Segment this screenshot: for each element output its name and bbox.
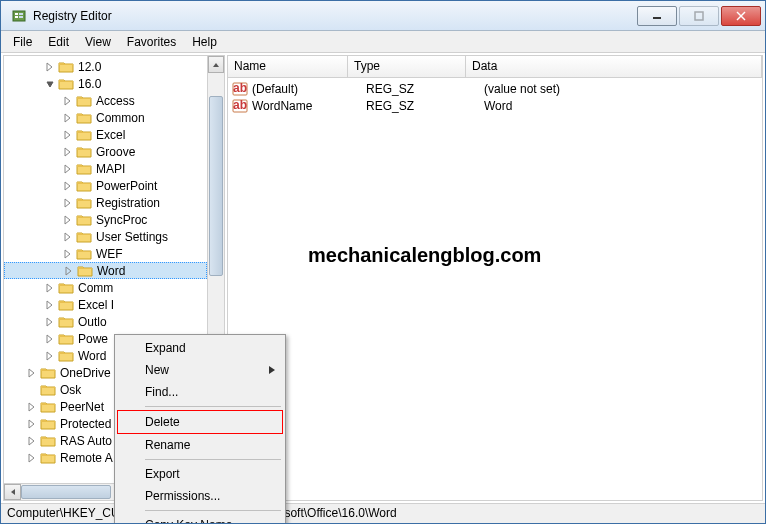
menu-file[interactable]: File (5, 33, 40, 51)
expand-icon[interactable] (62, 248, 74, 260)
value-row[interactable]: ab(Default)REG_SZ(value not set) (228, 80, 762, 97)
menu-favorites[interactable]: Favorites (119, 33, 184, 51)
tree-node[interactable]: Access (4, 92, 207, 109)
tree-node[interactable]: Word (4, 262, 207, 279)
tree-node-label: MAPI (96, 162, 125, 176)
folder-icon (76, 230, 92, 244)
folder-icon (76, 94, 92, 108)
folder-icon (76, 111, 92, 125)
expand-icon[interactable] (62, 163, 74, 175)
scroll-up-button[interactable] (208, 56, 224, 73)
tree-node[interactable]: 12.0 (4, 58, 207, 75)
tree-node[interactable]: Comm (4, 279, 207, 296)
expand-icon[interactable] (44, 299, 56, 311)
maximize-button[interactable] (679, 6, 719, 26)
expand-icon[interactable] (26, 401, 38, 413)
expand-icon[interactable] (44, 350, 56, 362)
expand-icon[interactable] (26, 452, 38, 464)
value-type: REG_SZ (366, 99, 484, 113)
value-row[interactable]: abWordNameREG_SZWord (228, 97, 762, 114)
string-value-icon: ab (232, 81, 248, 97)
tree-node[interactable]: Groove (4, 143, 207, 160)
value-data: Word (484, 99, 762, 113)
column-header-data[interactable]: Data (466, 56, 762, 77)
expand-icon[interactable] (62, 180, 74, 192)
values-panel: Name Type Data ab(Default)REG_SZ(value n… (227, 55, 763, 501)
ctx-permissions[interactable]: Permissions... (117, 485, 283, 507)
svg-marker-9 (213, 63, 219, 67)
tree-node[interactable]: Common (4, 109, 207, 126)
ctx-copy-key-name[interactable]: Copy Key Name (117, 514, 283, 524)
expand-icon[interactable] (44, 316, 56, 328)
folder-icon (40, 400, 56, 414)
expand-icon[interactable] (62, 214, 74, 226)
tree-node-label: Access (96, 94, 135, 108)
expand-icon[interactable] (26, 435, 38, 447)
ctx-delete[interactable]: Delete (117, 410, 283, 434)
tree-node[interactable]: User Settings (4, 228, 207, 245)
tree-node[interactable]: 16.0 (4, 75, 207, 92)
collapse-icon[interactable] (44, 78, 56, 90)
expand-icon[interactable] (62, 231, 74, 243)
ctx-label: Expand (145, 341, 186, 355)
tree-node[interactable]: PowerPoint (4, 177, 207, 194)
scroll-thumb[interactable] (21, 485, 111, 499)
expand-icon[interactable] (62, 112, 74, 124)
folder-icon (58, 77, 74, 91)
expand-icon[interactable] (62, 95, 74, 107)
menu-help[interactable]: Help (184, 33, 225, 51)
tree-node[interactable]: Outlo (4, 313, 207, 330)
scroll-thumb[interactable] (209, 96, 223, 276)
tree-node-label: Powe (78, 332, 108, 346)
svg-text:ab: ab (233, 81, 247, 95)
value-name: WordName (252, 99, 366, 113)
svg-rect-4 (19, 16, 23, 18)
regedit-icon (11, 8, 27, 24)
tree-node-label: Excel (96, 128, 125, 142)
string-value-icon: ab (232, 98, 248, 114)
ctx-label: Find... (145, 385, 178, 399)
expand-icon[interactable] (26, 418, 38, 430)
expand-icon[interactable] (44, 61, 56, 73)
expand-icon[interactable] (63, 265, 75, 277)
expand-icon[interactable] (26, 367, 38, 379)
folder-icon (76, 179, 92, 193)
scroll-left-button[interactable] (4, 484, 21, 500)
values-list[interactable]: ab(Default)REG_SZ(value not set)abWordNa… (228, 78, 762, 116)
folder-icon (76, 162, 92, 176)
value-name: (Default) (252, 82, 366, 96)
expand-icon[interactable] (44, 282, 56, 294)
watermark-text: mechanicalengblog.com (308, 244, 541, 267)
ctx-separator (145, 459, 281, 460)
expand-icon[interactable] (62, 146, 74, 158)
menu-view[interactable]: View (77, 33, 119, 51)
tree-node[interactable]: WEF (4, 245, 207, 262)
content-area: 12.016.0AccessCommonExcelGrooveMAPIPower… (1, 53, 765, 503)
column-header-type[interactable]: Type (348, 56, 466, 77)
folder-icon (58, 60, 74, 74)
close-button[interactable] (721, 6, 761, 26)
column-header-name[interactable]: Name (228, 56, 348, 77)
tree-node[interactable]: Excel I (4, 296, 207, 313)
folder-icon (76, 196, 92, 210)
minimize-button[interactable] (637, 6, 677, 26)
ctx-export[interactable]: Export (117, 463, 283, 485)
ctx-find[interactable]: Find... (117, 381, 283, 403)
tree-node[interactable]: Registration (4, 194, 207, 211)
expand-icon[interactable] (44, 333, 56, 345)
ctx-label: Delete (145, 415, 180, 429)
menu-edit[interactable]: Edit (40, 33, 77, 51)
expand-icon[interactable] (62, 129, 74, 141)
tree-node-label: Registration (96, 196, 160, 210)
tree-node[interactable]: MAPI (4, 160, 207, 177)
folder-icon (77, 264, 93, 278)
ctx-rename[interactable]: Rename (117, 434, 283, 456)
ctx-expand[interactable]: Expand (117, 337, 283, 359)
folder-icon (40, 366, 56, 380)
expand-icon[interactable] (62, 197, 74, 209)
ctx-new[interactable]: New (117, 359, 283, 381)
tree-node[interactable]: Excel (4, 126, 207, 143)
tree-node[interactable]: SyncProc (4, 211, 207, 228)
ctx-separator (145, 406, 281, 407)
folder-icon (76, 213, 92, 227)
